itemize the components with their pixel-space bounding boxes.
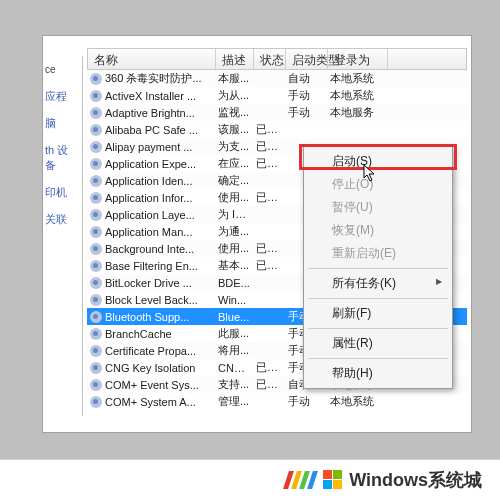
menu-item[interactable]: 刷新(F) [306, 302, 450, 325]
gear-icon [90, 226, 102, 238]
header-status[interactable]: 状态 [254, 49, 286, 69]
services-window: ce 应程 脑 th 设备 印机 关联 名称 描述 状态 启动类型 登录为 36… [42, 35, 472, 433]
gear-icon [90, 243, 102, 255]
gear-icon [90, 277, 102, 289]
service-desc: 该服... [215, 122, 253, 137]
menu-item: 停止(O) [306, 173, 450, 196]
gear-icon [90, 73, 102, 85]
service-status: 已启... [253, 139, 285, 154]
gear-icon [90, 260, 102, 272]
header-desc[interactable]: 描述 [216, 49, 254, 69]
gear-icon [90, 175, 102, 187]
service-desc: 本服... [215, 71, 253, 86]
gear-icon [90, 345, 102, 357]
gear-icon [90, 124, 102, 136]
watermark-text: Windows系统城 [323, 468, 482, 492]
service-name: COM+ Event Sys... [105, 379, 199, 391]
service-desc: 基本... [215, 258, 253, 273]
panel-fragment[interactable]: th 设备 [43, 137, 82, 179]
gear-icon [90, 294, 102, 306]
service-desc: 使用... [215, 241, 253, 256]
service-startup: 手动 [285, 105, 327, 120]
header-startup[interactable]: 启动类型 [286, 49, 328, 69]
watermark-label: Windows系统城 [349, 468, 482, 492]
service-name: COM+ System A... [105, 396, 196, 408]
gear-icon [90, 379, 102, 391]
service-desc: 支持... [215, 377, 253, 392]
table-row[interactable]: ActiveX Installer ...为从...手动本地系统 [87, 87, 467, 104]
menu-item: 重新启动(E) [306, 242, 450, 265]
service-name: Application Expe... [105, 158, 196, 170]
service-startup: 手动 [285, 88, 327, 103]
screenshot-background: ce 应程 脑 th 设备 印机 关联 名称 描述 状态 启动类型 登录为 36… [0, 0, 500, 500]
service-logon: 本地系统 [327, 88, 387, 103]
table-row[interactable]: 360 杀毒实时防护...本服...自动本地系统 [87, 70, 467, 87]
gear-icon [90, 90, 102, 102]
panel-fragment[interactable]: 关联 [43, 206, 82, 233]
service-name: Background Inte... [105, 243, 194, 255]
header-name[interactable]: 名称 [88, 49, 216, 69]
gear-icon [90, 328, 102, 340]
service-desc: Blue... [215, 311, 253, 323]
menu-item: 恢复(M) [306, 219, 450, 242]
service-name: Certificate Propa... [105, 345, 196, 357]
service-startup: 手动 [285, 394, 327, 409]
service-status: 已启动 [253, 360, 285, 375]
service-desc: 使用... [215, 190, 253, 205]
service-desc: 为从... [215, 88, 253, 103]
service-logon: 本地系统 [327, 71, 387, 86]
table-row[interactable]: Alibaba PC Safe ...该服...已启... [87, 121, 467, 138]
menu-item[interactable]: 启动(S) [306, 150, 450, 173]
service-logon: 本地服务 [327, 105, 387, 120]
watermark: Windows系统城 [0, 460, 500, 500]
service-logon: 本地系统 [327, 394, 387, 409]
service-name: Bluetooth Supp... [105, 311, 189, 323]
gear-icon [90, 141, 102, 153]
context-menu: 启动(S)停止(O)暂停(U)恢复(M)重新启动(E)所有任务(K)刷新(F)属… [303, 146, 453, 389]
service-name: 360 杀毒实时防护... [105, 71, 202, 86]
service-name: Application Laye... [105, 209, 195, 221]
service-status: 已启... [253, 190, 285, 205]
service-startup: 自动 [285, 71, 327, 86]
service-name: ActiveX Installer ... [105, 90, 196, 102]
gear-icon [90, 311, 102, 323]
menu-separator [308, 328, 448, 329]
left-panel: ce 应程 脑 th 设备 印机 关联 [43, 56, 83, 416]
menu-separator [308, 358, 448, 359]
windows-logo-icon [323, 470, 343, 490]
table-row[interactable]: COM+ System A...管理...手动本地系统 [87, 393, 467, 410]
table-row[interactable]: Adaptive Brightn...监视...手动本地服务 [87, 104, 467, 121]
service-status: 已启动 [253, 377, 285, 392]
panel-fragment[interactable]: 脑 [43, 110, 82, 137]
gear-icon [90, 362, 102, 374]
panel-fragment[interactable]: 印机 [43, 179, 82, 206]
service-name: BranchCache [105, 328, 172, 340]
service-desc: 为支... [215, 139, 253, 154]
service-name: Base Filtering En... [105, 260, 198, 272]
service-name: Alibaba PC Safe ... [105, 124, 198, 136]
gear-icon [90, 209, 102, 221]
menu-item[interactable]: 帮助(H) [306, 362, 450, 385]
service-desc: 为 In... [215, 207, 253, 222]
gear-icon [90, 107, 102, 119]
service-desc: CNG... [215, 362, 253, 374]
gear-icon [90, 158, 102, 170]
service-desc: 确定... [215, 173, 253, 188]
gear-icon [90, 192, 102, 204]
menu-separator [308, 298, 448, 299]
menu-item[interactable]: 所有任务(K) [306, 272, 450, 295]
panel-fragment: ce [43, 56, 82, 83]
service-name: Adaptive Brightn... [105, 107, 195, 119]
header-logon[interactable]: 登录为 [328, 49, 388, 69]
service-name: Application Infor... [105, 192, 192, 204]
service-desc: 为通... [215, 224, 253, 239]
service-name: CNG Key Isolation [105, 362, 195, 374]
menu-item[interactable]: 属性(R) [306, 332, 450, 355]
service-desc: BDE... [215, 277, 253, 289]
service-name: Block Level Back... [105, 294, 198, 306]
service-name: BitLocker Drive ... [105, 277, 192, 289]
service-status: 已启... [253, 258, 285, 273]
menu-separator [308, 268, 448, 269]
panel-fragment[interactable]: 应程 [43, 83, 82, 110]
service-status: 已启... [253, 241, 285, 256]
